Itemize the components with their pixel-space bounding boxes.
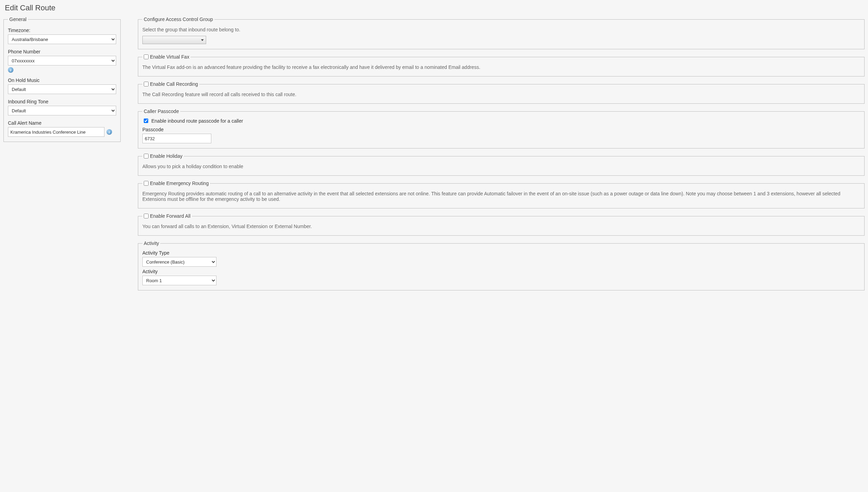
passcode-label: Passcode	[142, 127, 860, 132]
forward-all-legend: Enable Forward All	[142, 213, 192, 219]
virtual-fax-checkbox[interactable]	[144, 54, 149, 59]
page-title: Edit Call Route	[5, 3, 865, 12]
caller-passcode-legend: Caller Passcode	[142, 109, 180, 114]
forward-all-fieldset: Enable Forward All You can forward all c…	[138, 213, 865, 236]
emergency-routing-legend-text: Enable Emergency Routing	[150, 181, 209, 186]
general-fieldset: General Timezone: Australia/Brisbane Pho…	[3, 17, 121, 142]
call-recording-legend: Enable Call Recording	[142, 81, 199, 87]
holiday-checkbox[interactable]	[144, 154, 149, 158]
enable-passcode-label: Enable inbound route passcode for a call…	[151, 118, 243, 124]
ring-tone-label: Inbound Ring Tone	[8, 99, 116, 104]
acg-fieldset: Configure Access Control Group Select th…	[138, 17, 865, 49]
call-recording-fieldset: Enable Call Recording The Call Recording…	[138, 81, 865, 104]
enable-passcode-checkbox[interactable]	[144, 119, 148, 123]
call-recording-legend-text: Enable Call Recording	[150, 81, 198, 87]
holiday-legend: Enable Holiday	[142, 153, 184, 159]
forward-all-checkbox[interactable]	[144, 214, 149, 218]
phone-number-label: Phone Number	[8, 49, 116, 54]
timezone-select[interactable]: Australia/Brisbane	[8, 34, 116, 44]
chevron-down-icon	[201, 39, 204, 41]
call-alert-name-label: Call Alert Name	[8, 120, 116, 126]
virtual-fax-desc: The Virtual Fax add-on is an advanced fe…	[142, 64, 860, 70]
call-alert-name-input[interactable]	[8, 127, 104, 137]
emergency-routing-desc: Emergency Routing provides automatic rou…	[142, 191, 860, 202]
timezone-label: Timezone:	[8, 28, 116, 33]
holiday-legend-text: Enable Holiday	[150, 153, 182, 159]
passcode-input[interactable]	[142, 134, 211, 143]
virtual-fax-fieldset: Enable Virtual Fax The Virtual Fax add-o…	[138, 54, 865, 76]
phone-number-select[interactable]: 07xxxxxxxx	[8, 56, 116, 65]
emergency-routing-checkbox[interactable]	[144, 181, 149, 186]
activity-label: Activity	[142, 269, 860, 274]
activity-type-label: Activity Type	[142, 250, 860, 256]
call-recording-desc: The Call Recording feature will record a…	[142, 92, 860, 97]
activity-fieldset: Activity Activity Type Conference (Basic…	[138, 240, 865, 290]
forward-all-legend-text: Enable Forward All	[150, 213, 191, 219]
acg-legend: Configure Access Control Group	[142, 17, 214, 22]
emergency-routing-legend: Enable Emergency Routing	[142, 181, 210, 186]
holiday-fieldset: Enable Holiday Allows you to pick a holi…	[138, 153, 865, 176]
holiday-desc: Allows you to pick a holiday condition t…	[142, 164, 860, 169]
call-recording-checkbox[interactable]	[144, 82, 149, 86]
activity-legend: Activity	[142, 240, 160, 246]
emergency-routing-fieldset: Enable Emergency Routing Emergency Routi…	[138, 181, 865, 208]
general-legend: General	[8, 17, 28, 22]
virtual-fax-legend-text: Enable Virtual Fax	[150, 54, 189, 60]
info-icon[interactable]: i	[107, 129, 112, 135]
acg-desc: Select the group that inbound route belo…	[142, 27, 860, 32]
virtual-fax-legend: Enable Virtual Fax	[142, 54, 191, 60]
ring-tone-select[interactable]: Default	[8, 106, 116, 115]
acg-select[interactable]	[142, 36, 206, 44]
caller-passcode-fieldset: Caller Passcode Enable inbound route pas…	[138, 109, 865, 148]
info-icon[interactable]: i	[8, 67, 13, 73]
activity-select[interactable]: Room 1	[142, 276, 216, 285]
hold-music-select[interactable]: Default	[8, 84, 116, 94]
hold-music-label: On Hold Music	[8, 78, 116, 83]
forward-all-desc: You can forward all calls to an Extensio…	[142, 224, 860, 229]
activity-type-select[interactable]: Conference (Basic)	[142, 257, 216, 267]
